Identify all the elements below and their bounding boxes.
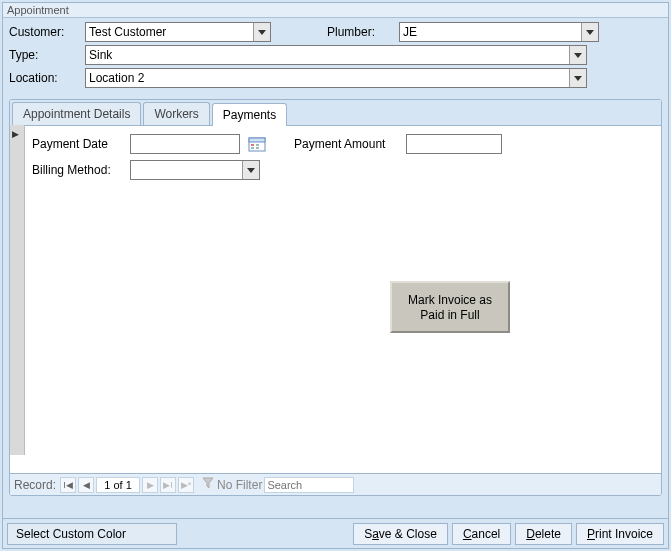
payment-amount-label: Payment Amount: [294, 137, 398, 151]
window-title: Appointment: [3, 3, 668, 18]
payment-amount-input[interactable]: [406, 134, 502, 154]
plumber-dropdown[interactable]: JE: [399, 22, 599, 42]
record-position[interactable]: 1 of 1: [96, 477, 140, 493]
search-input[interactable]: [264, 477, 354, 493]
nav-last-icon[interactable]: ▶I: [160, 477, 176, 493]
record-label: Record:: [14, 478, 56, 492]
tab-payments[interactable]: Payments: [212, 103, 287, 126]
payment-date-label: Payment Date: [32, 137, 122, 151]
customer-dropdown[interactable]: Test Customer: [85, 22, 271, 42]
chevron-down-icon[interactable]: [569, 69, 586, 87]
tabs-container: Appointment Details Workers Payments Pay…: [9, 99, 662, 496]
type-label: Type:: [9, 48, 79, 62]
type-value: Sink: [89, 48, 112, 62]
tab-workers[interactable]: Workers: [143, 102, 209, 125]
header-form: Customer: Test Customer Plumber: JE Type…: [3, 18, 668, 99]
mark-paid-button[interactable]: Mark Invoice as Paid in Full: [390, 281, 510, 333]
tabstrip: Appointment Details Workers Payments: [10, 100, 661, 126]
billing-method-label: Billing Method:: [32, 163, 122, 177]
no-filter-indicator: No Filter: [202, 477, 262, 492]
location-dropdown[interactable]: Location 2: [85, 68, 587, 88]
calendar-icon[interactable]: [248, 135, 266, 153]
svg-rect-4: [251, 147, 254, 149]
nav-next-icon[interactable]: ▶: [142, 477, 158, 493]
chevron-down-icon[interactable]: [581, 23, 598, 41]
filter-icon: [202, 477, 214, 492]
customer-label: Customer:: [9, 25, 79, 39]
plumber-label: Plumber:: [327, 25, 393, 39]
select-custom-color-button[interactable]: Select Custom Color: [7, 523, 177, 545]
nav-first-icon[interactable]: I◀: [60, 477, 76, 493]
chevron-down-icon[interactable]: [253, 23, 270, 41]
delete-button[interactable]: Delete: [515, 523, 572, 545]
appointment-window: Appointment Customer: Test Customer Plum…: [2, 2, 669, 549]
mark-paid-line2: Paid in Full: [392, 308, 508, 323]
payments-panel: Payment Date Payment Amount Billing Meth…: [10, 126, 661, 473]
record-selector[interactable]: [9, 125, 25, 455]
tab-appointment-details[interactable]: Appointment Details: [12, 102, 141, 125]
location-value: Location 2: [89, 71, 144, 85]
bottom-bar: Select Custom Color Save & Close Cancel …: [3, 518, 668, 548]
cancel-button[interactable]: Cancel: [452, 523, 511, 545]
payment-date-input[interactable]: [130, 134, 240, 154]
customer-value: Test Customer: [89, 25, 166, 39]
billing-method-dropdown[interactable]: [130, 160, 260, 180]
nav-prev-icon[interactable]: ◀: [78, 477, 94, 493]
save-close-button[interactable]: Save & Close: [353, 523, 448, 545]
print-invoice-button[interactable]: Print Invoice: [576, 523, 664, 545]
plumber-value: JE: [403, 25, 417, 39]
chevron-down-icon[interactable]: [569, 46, 586, 64]
svg-rect-3: [256, 144, 259, 146]
svg-rect-5: [256, 147, 259, 149]
type-dropdown[interactable]: Sink: [85, 45, 587, 65]
svg-rect-1: [249, 138, 265, 142]
location-label: Location:: [9, 71, 79, 85]
record-navbar: Record: I◀ ◀ 1 of 1 ▶ ▶I ▶* No Filter: [10, 473, 661, 495]
chevron-down-icon[interactable]: [242, 161, 259, 179]
nav-new-icon[interactable]: ▶*: [178, 477, 194, 493]
no-filter-text: No Filter: [217, 478, 262, 492]
svg-rect-2: [251, 144, 254, 146]
mark-paid-line1: Mark Invoice as: [392, 293, 508, 308]
